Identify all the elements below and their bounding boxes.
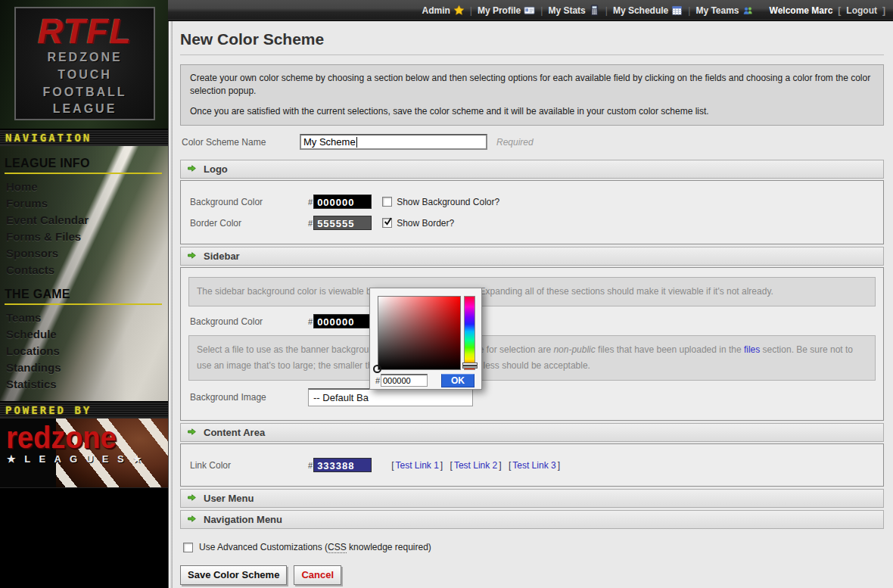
section-header-content-area[interactable]: Content Area <box>180 423 884 442</box>
topbar-my-profile[interactable]: My Profile <box>478 5 535 16</box>
color-cursor[interactable] <box>373 365 381 373</box>
section-body-logo: Background Color # 000000 Show Backgroun… <box>180 180 884 244</box>
link-color-label: Link Color <box>190 460 308 471</box>
hex-hash: # <box>308 461 313 470</box>
topbar-separator: | <box>470 5 472 16</box>
logo-background-color-swatch[interactable]: 000000 <box>313 194 372 209</box>
section-title-sidebar: Sidebar <box>204 250 240 262</box>
sidebar-note: The sidebar background color is viewable… <box>188 277 876 306</box>
note-emphasis: non-public <box>553 344 595 355</box>
section-navigation-menu: Navigation Menu <box>180 510 884 529</box>
topbar-separator: | <box>605 5 608 16</box>
color-scheme-name-value: My Scheme <box>303 136 356 148</box>
topbar-my-profile-label: My Profile <box>478 5 521 16</box>
nav-item-forums[interactable]: Forums <box>0 194 168 211</box>
expand-arrow-icon <box>187 163 197 176</box>
sidebar-background-color-swatch[interactable]: 000000 <box>313 314 372 328</box>
sidebar-filler <box>0 488 168 588</box>
test-link-1[interactable]: Test Link 1 <box>395 460 438 471</box>
section-header-user-menu[interactable]: User Menu <box>180 489 884 508</box>
section-header-logo[interactable]: Logo <box>180 160 884 179</box>
nav-item-teams[interactable]: Teams <box>0 309 168 325</box>
show-background-color-checkbox[interactable] <box>382 197 392 207</box>
topbar-my-stats[interactable]: My Stats <box>548 5 599 16</box>
section-header-sidebar[interactable]: Sidebar <box>180 247 884 266</box>
advanced-label-text: knowledge required) <box>347 542 431 552</box>
nav-item-standings[interactable]: Standings <box>0 359 168 375</box>
hex-hash: # <box>308 317 313 326</box>
section-body-content-area: Link Color # 333388 [Test Link 1] [Test … <box>180 443 884 487</box>
save-color-scheme-button[interactable]: Save Color Scheme <box>180 565 287 585</box>
powered-by-logo[interactable]: redzone ★ L E A G U E S ★ <box>0 418 168 488</box>
section-user-menu: User Menu <box>180 489 884 508</box>
nav-item-statistics[interactable]: Statistics <box>0 375 168 392</box>
advanced-customizations-checkbox[interactable] <box>183 543 193 552</box>
league-logo-line: LEAGUE <box>16 101 154 118</box>
advanced-customizations-row: Use Advanced Customizations (CSS knowled… <box>183 542 884 552</box>
logout-bracket: ] <box>882 5 885 16</box>
section-header-navigation-menu[interactable]: Navigation Menu <box>180 510 884 529</box>
league-logo-acronym: RTFL <box>16 13 154 49</box>
intro-paragraph: Create your own color scheme by choosing… <box>190 72 874 98</box>
test-link-2[interactable]: Test Link 2 <box>454 460 497 471</box>
logo-border-color-swatch[interactable]: 555555 <box>313 216 372 230</box>
topbar-my-teams[interactable]: My Teams <box>695 5 753 16</box>
content-frame: New Color Scheme Create your own color s… <box>168 21 893 588</box>
nav-item-schedule[interactable]: Schedule <box>0 325 168 342</box>
bracket: ] <box>499 460 501 471</box>
bracket: ] <box>558 460 560 471</box>
nav-item-contacts[interactable]: Contacts <box>0 261 168 278</box>
link-color-swatch[interactable]: 333388 <box>313 458 372 472</box>
topbar-separator: | <box>688 5 690 16</box>
background-image-note: Select a file to use as the banner backg… <box>188 335 876 381</box>
topbar-my-schedule[interactable]: My Schedule <box>613 5 683 16</box>
nav-item-home[interactable]: Home <box>0 178 168 194</box>
link-color-row: Link Color # 333388 [Test Link 1] [Test … <box>190 458 876 472</box>
files-link[interactable]: files <box>744 344 760 355</box>
nav-item-locations[interactable]: Locations <box>0 342 168 359</box>
nav-item-sponsors[interactable]: Sponsors <box>0 244 168 261</box>
navigation-ribbon: NAVIGATION <box>0 129 168 146</box>
test-link-3[interactable]: Test Link 3 <box>512 460 555 471</box>
cancel-button[interactable]: Cancel <box>294 565 341 585</box>
league-logo[interactable]: RTFL REDZONE TOUCH FOOTBALL LEAGUE <box>14 7 155 120</box>
section-sidebar: Sidebar The sidebar background color is … <box>180 247 884 421</box>
color-scheme-name-input[interactable]: My Scheme <box>300 134 487 150</box>
color-picker-popup: # 000000 OK <box>369 288 482 390</box>
expand-arrow-icon <box>187 250 197 263</box>
picker-ok-button[interactable]: OK <box>441 374 475 387</box>
saturation-field[interactable] <box>378 296 461 370</box>
redzone-brand: redzone <box>6 420 117 455</box>
section-title-navigation-menu: Navigation Menu <box>204 514 282 525</box>
expand-arrow-icon <box>187 426 197 440</box>
frame-divider[interactable] <box>168 21 173 588</box>
hue-slider-handle[interactable] <box>462 362 478 369</box>
text-caret <box>356 137 357 148</box>
logout-link[interactable]: Logout <box>846 5 877 16</box>
picker-hex-input[interactable]: 000000 <box>381 374 428 387</box>
hex-hash: # <box>308 198 313 207</box>
section-title-content-area: Content Area <box>204 427 265 438</box>
section-body-sidebar: The sidebar background color is viewable… <box>180 267 884 421</box>
logo-border-color-label: Border Color <box>190 218 308 229</box>
advanced-label-text: Use Advanced Customizations ( <box>199 542 328 552</box>
topbar-my-stats-label: My Stats <box>548 5 585 16</box>
picker-hex-hash: # <box>375 376 380 385</box>
intro-paragraph: Once you are satisfied with the current … <box>190 105 874 118</box>
nav-item-forms-files[interactable]: Forms & Files <box>0 228 168 244</box>
bracket: ] <box>440 460 443 471</box>
section-content-area: Content Area Link Color # 333388 [Test L… <box>180 423 884 487</box>
background-image-select[interactable]: -- Default Ba <box>308 388 473 406</box>
group-icon <box>742 5 754 16</box>
nav-item-event-calendar[interactable]: Event Calendar <box>0 211 168 228</box>
sidebar-logo-area: RTFL REDZONE TOUCH FOOTBALL LEAGUE <box>0 0 168 129</box>
bracket: [ <box>391 460 394 471</box>
topbar-admin[interactable]: Admin <box>422 5 464 16</box>
logo-background-color-label: Background Color <box>190 197 308 207</box>
nav-section-the-game: THE GAME <box>5 288 162 305</box>
background-image-label: Background Image <box>190 392 308 403</box>
league-sidebar: RTFL REDZONE TOUCH FOOTBALL LEAGUE NAVIG… <box>0 0 168 588</box>
hue-slider[interactable] <box>464 296 475 370</box>
note-text: files that have been uploaded in the <box>596 344 744 355</box>
show-border-checkbox[interactable] <box>382 218 392 228</box>
